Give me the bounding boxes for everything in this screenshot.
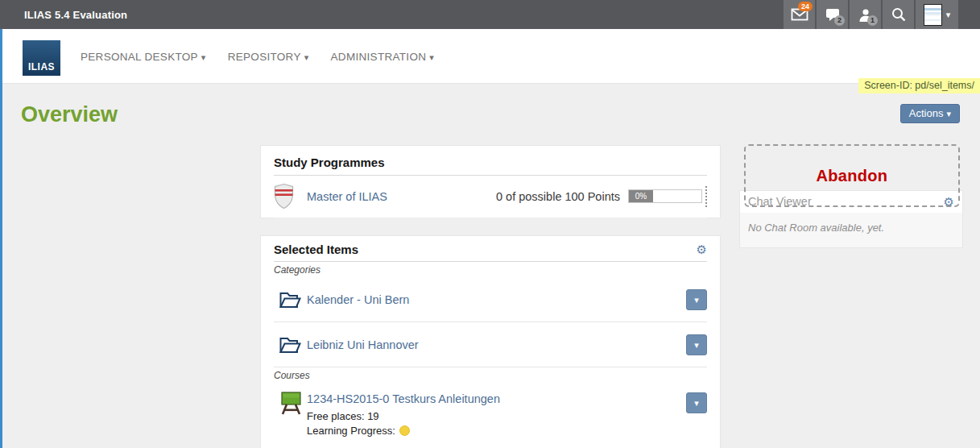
progress-value: 0% <box>629 190 653 202</box>
study-programme-link[interactable]: Master of ILIAS <box>307 190 387 203</box>
nav-item-repository[interactable]: REPOSITORY▾ <box>228 51 309 63</box>
item-link[interactable]: Kalender - Uni Bern <box>307 293 409 306</box>
caret-down-icon: ▾ <box>201 52 206 62</box>
search-button[interactable] <box>883 0 914 29</box>
study-programme-row: Master of ILIAS 0 of possible 100 Points… <box>274 176 707 218</box>
actions-button[interactable]: Actions▾ <box>900 104 960 123</box>
panel-title: Study Programmes <box>274 156 707 169</box>
screen-id-badge: Screen-ID: pd/sel_items/ <box>858 78 980 93</box>
caret-down-icon: ▾ <box>694 340 699 350</box>
caret-down-icon: ▾ <box>946 109 951 118</box>
item-actions-dropdown[interactable]: ▾ <box>686 392 707 413</box>
ilias-logo[interactable]: ILIAS <box>23 40 60 76</box>
profile-menu-button[interactable]: ▾ <box>916 0 958 29</box>
list-item-leibniz: Leibniz Uni Hannover ▾ <box>274 322 707 367</box>
list-item-kalender: Kalender - Uni Bern ▾ <box>274 277 707 322</box>
main-menu: PERSONAL DESKTOP▾ REPOSITORY▾ ADMINISTRA… <box>81 29 456 84</box>
list-item-course: 1234-HS2015-0 Testkurs Anleitungen Free … <box>274 383 707 446</box>
nav-item-personal-desktop[interactable]: PERSONAL DESKTOP▾ <box>81 51 206 63</box>
dotted-separator <box>705 186 707 207</box>
page-title: Overview <box>21 102 118 127</box>
main-column: Study Programmes Master of ILIAS 0 of po… <box>260 145 721 448</box>
topbar: ILIAS 5.4 Evaluation 24 2 <box>0 0 980 29</box>
selected-items-header: Selected Items ⚙ <box>274 243 707 256</box>
mail-button[interactable]: 24 <box>784 0 815 29</box>
section-label-courses: Courses <box>274 367 707 383</box>
mail-badge: 24 <box>798 2 813 11</box>
page-left-accent <box>0 29 2 448</box>
abandon-label: Abandon <box>817 167 888 185</box>
folder-icon <box>279 291 301 309</box>
chat-empty-message: No Chat Room available, yet. <box>748 222 884 234</box>
caret-down-icon: ▾ <box>304 52 309 62</box>
app-title: ILIAS 5.4 Evaluation <box>24 9 127 21</box>
caret-down-icon: ▾ <box>694 398 699 408</box>
chat-badge: 2 <box>834 15 845 26</box>
course-board-icon <box>279 391 303 416</box>
nav-item-administration[interactable]: ADMINISTRATION▾ <box>331 51 435 63</box>
learning-progress-status-icon <box>399 425 410 436</box>
avatar-image <box>924 4 942 26</box>
caret-down-icon: ▾ <box>429 52 434 62</box>
caret-down-icon: ▾ <box>694 295 699 305</box>
item-actions-dropdown[interactable]: ▾ <box>686 334 707 355</box>
search-icon <box>891 6 907 23</box>
chat-viewer-body: No Chat Room available, yet. <box>740 213 962 247</box>
user-badge: 1 <box>867 15 878 26</box>
main-navbar: ILIAS PERSONAL DESKTOP▾ REPOSITORY▾ ADMI… <box>0 29 980 84</box>
drop-zone[interactable]: Abandon <box>744 144 960 207</box>
item-actions-dropdown[interactable]: ▾ <box>686 289 707 310</box>
learning-progress-line: Learning Progress: <box>307 425 500 437</box>
free-places-text: Free places: 19 <box>307 410 500 422</box>
users-button[interactable]: 1 <box>850 0 881 29</box>
course-link[interactable]: 1234-HS2015-0 Testkurs Anleitungen <box>307 392 500 405</box>
section-label-categories: Categories <box>274 262 707 277</box>
caret-down-icon: ▾ <box>946 10 951 20</box>
item-link[interactable]: Leibniz Uni Hannover <box>307 338 419 351</box>
ilias-page: ILIAS 5.4 Evaluation 24 2 <box>0 0 980 448</box>
selected-items-panel: Selected Items ⚙ Categories Kalender - U… <box>260 235 721 448</box>
shield-icon <box>274 183 294 209</box>
chat-button[interactable]: 2 <box>817 0 848 29</box>
study-programmes-panel: Study Programmes Master of ILIAS 0 of po… <box>260 145 721 218</box>
gear-icon[interactable]: ⚙ <box>697 243 707 255</box>
folder-icon <box>279 336 301 354</box>
topbar-icons: 24 2 1 <box>782 0 958 29</box>
points-text: 0 of possible 100 Points <box>496 190 620 203</box>
progress-bar: 0% <box>628 189 702 203</box>
panel-title: Selected Items <box>274 243 358 256</box>
